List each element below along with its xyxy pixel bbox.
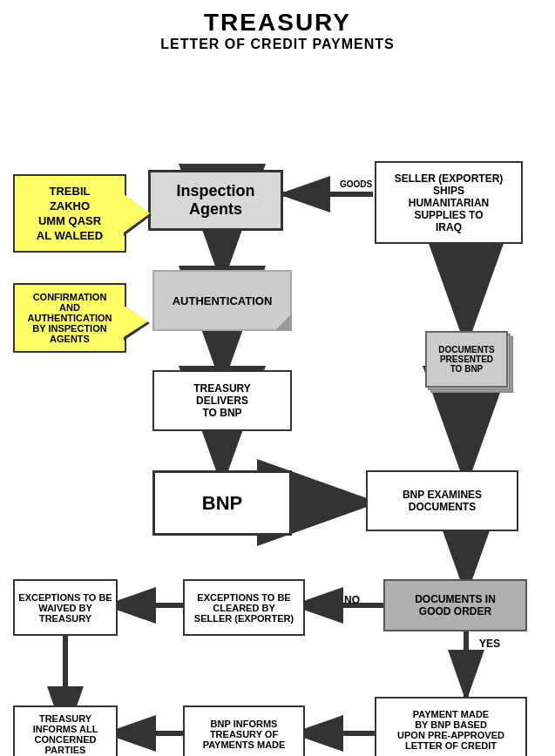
exceptions-waived-box: EXCEPTIONS TO BE WAIVED BY TREASURY	[13, 579, 118, 636]
bnp-informs-box: BNP INFORMS TREASURY OF PAYMENTS MADE	[183, 705, 305, 756]
page: TREASURY LETTER OF CREDIT PAYMENTS	[0, 0, 555, 756]
locations-box: TREBIL ZAKHO UMM QASR AL WALEED	[13, 174, 126, 253]
yes-label: YES	[479, 638, 500, 650]
treasury-delivers-box: TREASURY DELIVERS TO BNP	[152, 370, 292, 431]
main-title: TREASURY	[9, 9, 546, 37]
locations-arrow	[124, 194, 150, 233]
inspection-agents-label: Inspection Agents	[154, 182, 277, 219]
sub-title: LETTER OF CREDIT PAYMENTS	[9, 37, 546, 52]
confirmation-box: CONFIRMATION AND AUTHENTICATION BY INSPE…	[13, 283, 126, 353]
bnp-examines-box: BNP EXAMINES DOCUMENTS	[366, 470, 518, 531]
payment-made-box: PAYMENT MADE BY BNP BASED UPON PRE-APPRO…	[375, 697, 527, 756]
seller-box: SELLER (EXPORTER) SHIPS HUMANITARIAN SUP…	[375, 161, 523, 244]
diagram: TREBIL ZAKHO UMM QASR AL WALEED CONFIRMA…	[9, 70, 546, 756]
exceptions-cleared-box: EXCEPTIONS TO BE CLEARED BY SELLER (EXPO…	[183, 579, 305, 636]
title-section: TREASURY LETTER OF CREDIT PAYMENTS	[9, 9, 546, 52]
documents-stack-container: DOCUMENTS PRESENTED TO BNP	[425, 331, 508, 388]
good-order-box: DOCUMENTS INGOOD ORDER	[383, 579, 527, 631]
goods-label: GOODS	[340, 179, 372, 189]
bnp-main-label: BNP	[202, 492, 242, 515]
confirmation-arrow	[124, 306, 148, 337]
authentication-label: AUTHENTICATION	[173, 294, 273, 307]
treasury-informs-box: TREASURY INFORMS ALL CONCERNED PARTIES	[13, 705, 118, 756]
no-label: NO	[344, 594, 360, 606]
documents-bnp-box: DOCUMENTS PRESENTED TO BNP	[425, 331, 508, 388]
inspection-agents-box: Inspection Agents	[148, 170, 283, 231]
bnp-main-box: BNP	[152, 470, 292, 536]
authentication-box: AUTHENTICATION	[152, 270, 292, 331]
